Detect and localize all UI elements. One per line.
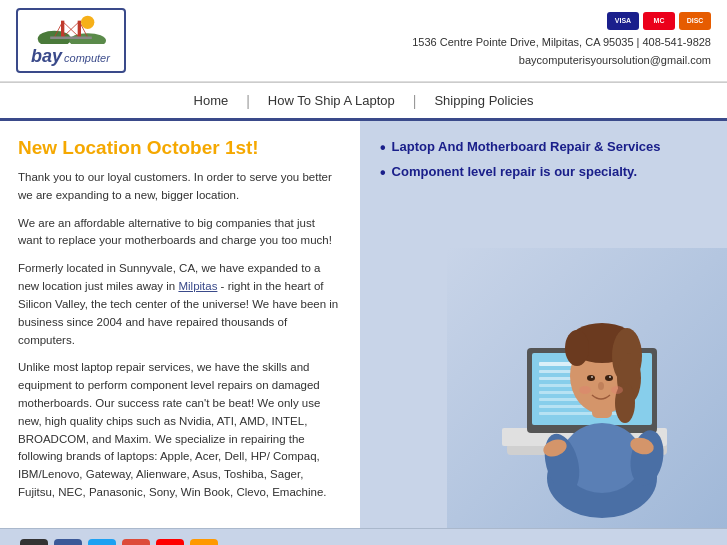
logo-area: bay computer	[16, 8, 126, 73]
content-right: • Laptop And Motherboard Repair & Servic…	[360, 121, 727, 528]
svg-point-32	[587, 375, 595, 381]
svg-point-35	[609, 376, 611, 378]
paragraph-1: Thank you to our loyal customers. In ord…	[18, 169, 342, 205]
digg-icon[interactable]: digg	[20, 539, 48, 545]
bullet-dot-1: •	[380, 140, 386, 156]
milpitas-link[interactable]: Milpitas	[178, 280, 217, 292]
main-content: New Location October 1st! Thank you to o…	[0, 121, 727, 528]
email-line: baycomputerisyoursolution@gmail.com	[412, 52, 711, 70]
svg-point-33	[605, 375, 613, 381]
payment-icons: VISA MC DISC	[412, 12, 711, 30]
svg-point-38	[611, 386, 623, 394]
header-address: 1536 Centre Pointe Drive, Milpitas, CA 9…	[412, 34, 711, 69]
svg-point-36	[598, 382, 604, 390]
twitter-icon[interactable]: t	[88, 539, 116, 545]
paragraph-3: Formerly located in Sunnyvale, CA, we ha…	[18, 260, 342, 349]
svg-point-31	[565, 330, 589, 366]
svg-rect-9	[50, 37, 92, 40]
svg-point-37	[579, 386, 591, 394]
bullet-box: • Laptop And Motherboard Repair & Servic…	[360, 121, 677, 201]
nav-how-to-ship[interactable]: How To Ship A Laptop	[250, 89, 413, 112]
paragraph-4: Unlike most laptop repair services, we h…	[18, 359, 342, 502]
paragraph-2: We are an affordable alternative to big …	[18, 215, 342, 251]
logo-bridge-svg	[31, 14, 111, 44]
bullet-text-2: Component level repair is our specialty.	[392, 164, 637, 179]
header-right: VISA MC DISC 1536 Centre Pointe Drive, M…	[412, 12, 711, 69]
mastercard-icon: MC	[643, 12, 675, 30]
svg-point-0	[81, 16, 94, 29]
nav-shipping-policies[interactable]: Shipping Policies	[416, 89, 551, 112]
footer: digg f t g+ ▶ )))) © Bay Computer Servic…	[0, 528, 727, 545]
page-title: New Location October 1st!	[18, 137, 342, 159]
logo-computer-text: computer	[64, 52, 110, 64]
bullet-text-1: Laptop And Motherboard Repair & Services	[392, 139, 661, 154]
rss-icon[interactable]: ))))	[190, 539, 218, 545]
youtube-icon[interactable]: ▶	[156, 539, 184, 545]
header: bay computer VISA MC DISC 1536 Centre Po…	[0, 0, 727, 82]
nav-home[interactable]: Home	[176, 89, 247, 112]
bullet-1: • Laptop And Motherboard Repair & Servic…	[380, 139, 661, 156]
facebook-icon[interactable]: f	[54, 539, 82, 545]
footer-social-icons: digg f t g+ ▶ ))))	[20, 539, 218, 545]
logo-box: bay computer	[16, 8, 126, 73]
googleplus-icon[interactable]: g+	[122, 539, 150, 545]
logo-bay-text: bay	[31, 47, 62, 67]
bullet-dot-2: •	[380, 165, 386, 181]
address-line: 1536 Centre Pointe Drive, Milpitas, CA 9…	[412, 34, 711, 52]
content-left: New Location October 1st! Thank you to o…	[0, 121, 360, 528]
visa-icon: VISA	[607, 12, 639, 30]
svg-point-34	[591, 376, 593, 378]
bullet-2: • Component level repair is our specialt…	[380, 164, 661, 181]
discover-icon: DISC	[679, 12, 711, 30]
person-illustration	[447, 248, 727, 528]
nav-bar: Home | How To Ship A Laptop | Shipping P…	[0, 82, 727, 121]
